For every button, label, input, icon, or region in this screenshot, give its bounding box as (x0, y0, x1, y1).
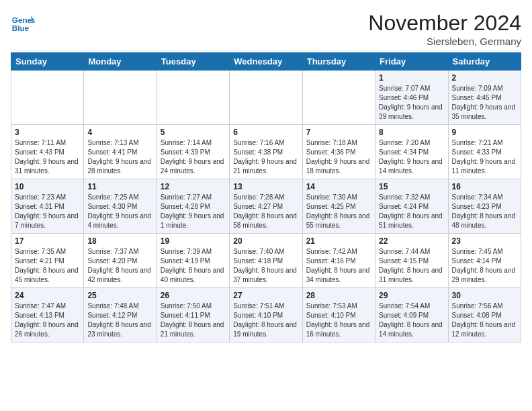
day-info: Sunrise: 7:16 AM Sunset: 4:38 PM Dayligh… (233, 138, 298, 176)
day-info: Sunrise: 7:28 AM Sunset: 4:27 PM Dayligh… (233, 193, 298, 230)
day-info: Sunrise: 7:18 AM Sunset: 4:36 PM Dayligh… (306, 138, 371, 176)
day-number: 18 (87, 236, 152, 246)
day-info: Sunrise: 7:51 AM Sunset: 4:10 PM Dayligh… (233, 302, 298, 339)
day-info: Sunrise: 7:34 AM Sunset: 4:23 PM Dayligh… (452, 193, 517, 230)
calendar-day-cell (157, 71, 229, 125)
day-info: Sunrise: 7:48 AM Sunset: 4:12 PM Dayligh… (87, 302, 152, 339)
day-number: 7 (306, 128, 371, 137)
calendar-day-cell: 10Sunrise: 7:23 AM Sunset: 4:31 PM Dayli… (11, 179, 84, 234)
weekday-header-cell: Saturday (448, 53, 521, 71)
day-number: 12 (161, 182, 226, 191)
calendar-day-cell: 19Sunrise: 7:39 AM Sunset: 4:19 PM Dayli… (157, 234, 229, 288)
calendar-day-cell: 18Sunrise: 7:37 AM Sunset: 4:20 PM Dayli… (84, 234, 157, 288)
calendar-day-cell: 2Sunrise: 7:09 AM Sunset: 4:45 PM Daylig… (448, 71, 521, 125)
day-number: 21 (306, 236, 371, 246)
day-info: Sunrise: 7:23 AM Sunset: 4:31 PM Dayligh… (15, 193, 80, 230)
calendar-day-cell: 25Sunrise: 7:48 AM Sunset: 4:12 PM Dayli… (84, 288, 157, 342)
day-number: 27 (233, 291, 298, 300)
day-number: 23 (452, 236, 517, 246)
day-number: 28 (306, 291, 371, 300)
calendar-week-row: 1Sunrise: 7:07 AM Sunset: 4:46 PM Daylig… (11, 71, 521, 125)
calendar-week-row: 10Sunrise: 7:23 AM Sunset: 4:31 PM Dayli… (11, 179, 521, 234)
day-info: Sunrise: 7:53 AM Sunset: 4:10 PM Dayligh… (306, 302, 371, 339)
day-info: Sunrise: 7:09 AM Sunset: 4:45 PM Dayligh… (452, 84, 517, 122)
day-number: 5 (161, 128, 226, 137)
calendar-day-cell (11, 71, 84, 125)
calendar-day-cell: 6Sunrise: 7:16 AM Sunset: 4:38 PM Daylig… (230, 125, 302, 179)
day-number: 11 (87, 182, 152, 191)
calendar-day-cell: 24Sunrise: 7:47 AM Sunset: 4:13 PM Dayli… (11, 288, 84, 342)
calendar-day-cell: 1Sunrise: 7:07 AM Sunset: 4:46 PM Daylig… (375, 71, 448, 125)
day-info: Sunrise: 7:13 AM Sunset: 4:41 PM Dayligh… (87, 138, 152, 176)
calendar-day-cell: 13Sunrise: 7:28 AM Sunset: 4:27 PM Dayli… (230, 179, 302, 234)
day-number: 10 (15, 182, 80, 191)
calendar-table: SundayMondayTuesdayWednesdayThursdayFrid… (11, 52, 521, 342)
svg-text:Blue: Blue (12, 24, 30, 32)
weekday-header-cell: Monday (84, 53, 157, 71)
day-number: 25 (87, 291, 152, 300)
calendar-day-cell: 29Sunrise: 7:54 AM Sunset: 4:09 PM Dayli… (375, 288, 448, 342)
day-info: Sunrise: 7:39 AM Sunset: 4:19 PM Dayligh… (161, 247, 226, 285)
day-info: Sunrise: 7:45 AM Sunset: 4:14 PM Dayligh… (452, 247, 517, 285)
calendar-day-cell: 30Sunrise: 7:56 AM Sunset: 4:08 PM Dayli… (448, 288, 521, 342)
day-info: Sunrise: 7:14 AM Sunset: 4:39 PM Dayligh… (161, 138, 226, 176)
day-number: 29 (379, 291, 444, 300)
day-number: 13 (233, 182, 298, 191)
calendar-day-cell: 8Sunrise: 7:20 AM Sunset: 4:34 PM Daylig… (375, 125, 448, 179)
day-info: Sunrise: 7:42 AM Sunset: 4:16 PM Dayligh… (306, 247, 371, 285)
logo-icon: General Blue (11, 11, 35, 35)
calendar-day-cell: 16Sunrise: 7:34 AM Sunset: 4:23 PM Dayli… (448, 179, 521, 234)
day-number: 9 (452, 128, 517, 137)
day-number: 17 (15, 236, 80, 246)
day-number: 6 (233, 128, 298, 137)
day-info: Sunrise: 7:21 AM Sunset: 4:33 PM Dayligh… (452, 138, 517, 176)
calendar-week-row: 24Sunrise: 7:47 AM Sunset: 4:13 PM Dayli… (11, 288, 521, 342)
day-info: Sunrise: 7:27 AM Sunset: 4:28 PM Dayligh… (161, 193, 226, 230)
weekday-header-cell: Thursday (302, 53, 375, 71)
day-number: 24 (15, 291, 80, 300)
day-number: 16 (452, 182, 517, 191)
month-title: November 2024 (368, 11, 521, 36)
day-info: Sunrise: 7:07 AM Sunset: 4:46 PM Dayligh… (379, 84, 444, 122)
day-info: Sunrise: 7:37 AM Sunset: 4:20 PM Dayligh… (87, 247, 152, 285)
calendar-body: 1Sunrise: 7:07 AM Sunset: 4:46 PM Daylig… (11, 71, 521, 342)
day-info: Sunrise: 7:32 AM Sunset: 4:24 PM Dayligh… (379, 193, 444, 230)
weekday-header-cell: Tuesday (157, 53, 229, 71)
calendar-week-row: 3Sunrise: 7:11 AM Sunset: 4:43 PM Daylig… (11, 125, 521, 179)
calendar-day-cell: 12Sunrise: 7:27 AM Sunset: 4:28 PM Dayli… (157, 179, 229, 234)
weekday-header-cell: Sunday (11, 53, 84, 71)
calendar-day-cell: 3Sunrise: 7:11 AM Sunset: 4:43 PM Daylig… (11, 125, 84, 179)
calendar-day-cell: 26Sunrise: 7:50 AM Sunset: 4:11 PM Dayli… (157, 288, 229, 342)
day-number: 14 (306, 182, 371, 191)
logo: General Blue (11, 11, 35, 35)
weekday-header-cell: Wednesday (230, 53, 302, 71)
day-info: Sunrise: 7:25 AM Sunset: 4:30 PM Dayligh… (87, 193, 152, 230)
calendar-day-cell: 7Sunrise: 7:18 AM Sunset: 4:36 PM Daylig… (302, 125, 375, 179)
day-number: 26 (161, 291, 226, 300)
day-number: 20 (233, 236, 298, 246)
location-subtitle: Siersleben, Germany (368, 36, 521, 47)
day-info: Sunrise: 7:30 AM Sunset: 4:25 PM Dayligh… (306, 193, 371, 230)
day-number: 15 (379, 182, 444, 191)
calendar-day-cell (84, 71, 157, 125)
calendar-day-cell: 4Sunrise: 7:13 AM Sunset: 4:41 PM Daylig… (84, 125, 157, 179)
calendar-day-cell (230, 71, 302, 125)
day-number: 2 (452, 73, 517, 83)
day-info: Sunrise: 7:56 AM Sunset: 4:08 PM Dayligh… (452, 302, 517, 339)
day-number: 30 (452, 291, 517, 300)
calendar-day-cell: 20Sunrise: 7:40 AM Sunset: 4:18 PM Dayli… (230, 234, 302, 288)
day-info: Sunrise: 7:50 AM Sunset: 4:11 PM Dayligh… (161, 302, 226, 339)
calendar-day-cell: 28Sunrise: 7:53 AM Sunset: 4:10 PM Dayli… (302, 288, 375, 342)
page-header: General Blue November 2024 Siersleben, G… (11, 11, 521, 47)
calendar-day-cell: 17Sunrise: 7:35 AM Sunset: 4:21 PM Dayli… (11, 234, 84, 288)
day-info: Sunrise: 7:40 AM Sunset: 4:18 PM Dayligh… (233, 247, 298, 285)
calendar-day-cell: 9Sunrise: 7:21 AM Sunset: 4:33 PM Daylig… (448, 125, 521, 179)
day-info: Sunrise: 7:54 AM Sunset: 4:09 PM Dayligh… (379, 302, 444, 339)
calendar-day-cell: 27Sunrise: 7:51 AM Sunset: 4:10 PM Dayli… (230, 288, 302, 342)
weekday-header-row: SundayMondayTuesdayWednesdayThursdayFrid… (11, 53, 521, 71)
calendar-day-cell: 15Sunrise: 7:32 AM Sunset: 4:24 PM Dayli… (375, 179, 448, 234)
calendar-day-cell: 23Sunrise: 7:45 AM Sunset: 4:14 PM Dayli… (448, 234, 521, 288)
calendar-day-cell: 11Sunrise: 7:25 AM Sunset: 4:30 PM Dayli… (84, 179, 157, 234)
day-number: 8 (379, 128, 444, 137)
day-info: Sunrise: 7:11 AM Sunset: 4:43 PM Dayligh… (15, 138, 80, 176)
